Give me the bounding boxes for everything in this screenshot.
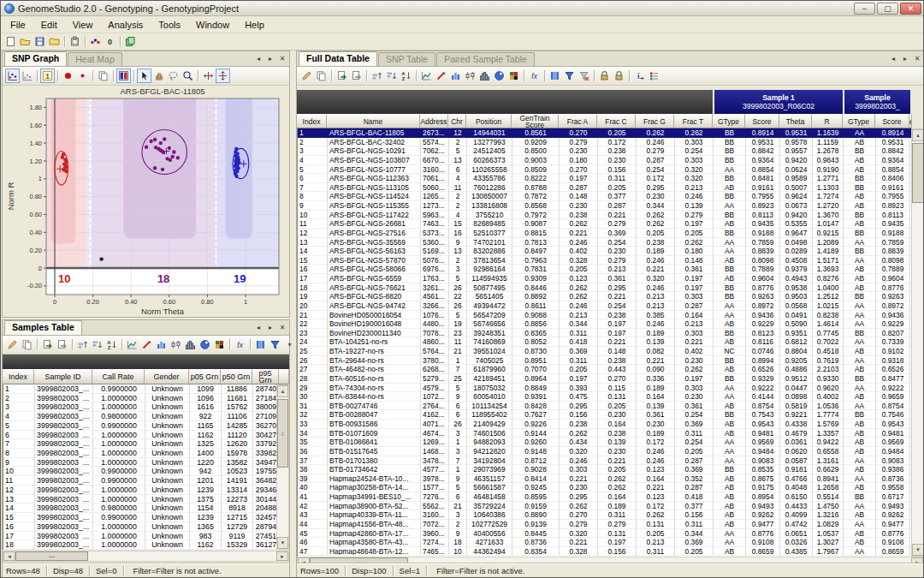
cell[interactable]: 0.8754 — [746, 402, 780, 411]
cell[interactable]: ARS-BFGL-BAC-32402 — [328, 138, 421, 147]
cell[interactable]: 0.197 — [598, 329, 637, 338]
samples-scroll-tabs-left-button[interactable]: ◂ — [253, 323, 264, 333]
cell[interactable]: 4579... — [421, 384, 449, 393]
cell[interactable]: 56746656 — [467, 319, 512, 329]
cell[interactable]: 1.3670 — [813, 211, 844, 220]
cell[interactable]: 0.5090 — [780, 319, 813, 329]
data-table-row[interactable]: 38BTB-017346424577...1290739690.90280.30… — [298, 465, 912, 474]
cell[interactable]: 44 — [298, 520, 328, 529]
cell[interactable]: 1154 — [190, 504, 222, 513]
samples-table-row[interactable]: 13999802003_...0.9900000Unknown109911886… — [3, 384, 276, 394]
cell[interactable]: 0.262 — [560, 502, 598, 511]
cell[interactable]: 8 — [3, 449, 35, 458]
cell[interactable]: 7061... — [421, 174, 449, 183]
cell[interactable]: 0.123 — [637, 465, 675, 474]
cell[interactable]: 28740 — [253, 384, 276, 394]
cell[interactable]: 15 — [449, 219, 467, 229]
cell[interactable]: 37813654 — [467, 256, 512, 265]
cell[interactable]: 0.221 — [637, 265, 675, 274]
cell[interactable]: AB — [714, 337, 746, 347]
cell[interactable]: 0.0289 — [780, 247, 813, 256]
cell[interactable]: 3 — [449, 510, 467, 520]
cell[interactable]: 130850007 — [467, 192, 512, 201]
cell[interactable]: 18 — [3, 540, 35, 550]
cell[interactable]: 4674... — [421, 429, 449, 438]
cell[interactable]: 0.311 — [598, 174, 637, 183]
snp-scatter-plot[interactable]: ARS-BFGL-BAC-1180510181900.200.400.600.8… — [5, 86, 287, 318]
data-table-row[interactable]: 19ARS-BFGL-NGS-88204561...2256514050.889… — [298, 292, 912, 301]
cell[interactable]: 25 — [449, 374, 467, 384]
cell[interactable]: 0.8954 — [746, 492, 780, 502]
cell[interactable]: 0.8754 — [876, 402, 910, 411]
cell[interactable]: 0.369 — [560, 347, 598, 356]
cell[interactable]: 0.8123 — [746, 329, 780, 338]
cell[interactable]: 10 — [298, 211, 328, 220]
cell[interactable]: 0.9484 — [746, 447, 780, 456]
cell[interactable]: 0.8207 — [876, 329, 910, 338]
cell[interactable]: 0.9263 — [876, 292, 910, 301]
cell[interactable]: 1400 — [190, 449, 222, 458]
cell[interactable]: 27451 — [253, 532, 276, 541]
cell[interactable]: 0.262 — [598, 483, 637, 492]
cell[interactable]: 0.230 — [598, 447, 637, 456]
cell[interactable]: 0.8222 — [512, 174, 560, 183]
data-table-row[interactable]: 10ARS-BFGL-NGS-1174225963...437552100.79… — [298, 211, 912, 220]
cell[interactable]: 0.8776 — [746, 283, 780, 293]
cell[interactable]: ARS-BFGL-NGS-57870 — [328, 256, 421, 265]
data-col-frac-g-8[interactable]: Frac G — [636, 114, 674, 128]
cell[interactable]: 0.9351 — [780, 329, 813, 338]
cell[interactable]: 0.139 — [598, 438, 637, 447]
cell[interactable]: 2764... — [421, 402, 449, 411]
cell[interactable]: 0.303 — [675, 138, 714, 147]
cell[interactable]: 0.6526 — [876, 365, 910, 374]
scroll-track[interactable] — [88, 551, 276, 561]
samples-table-row[interactable]: 133999802003_...1.0000000Unknown13751227… — [3, 495, 276, 504]
cell[interactable]: 0.9543 — [876, 420, 910, 429]
cell[interactable]: 0.8116 — [746, 337, 780, 347]
samples-col-p05-grn[interactable]: p05 Grn — [189, 369, 221, 384]
cell[interactable]: 5562... — [421, 502, 449, 511]
cell[interactable]: 1076... — [421, 311, 449, 320]
cell[interactable]: 1.1303 — [813, 183, 844, 193]
cell[interactable]: 0.9538 — [780, 283, 813, 293]
cell[interactable]: 1.0000000 — [93, 402, 145, 412]
cell[interactable]: 7 — [3, 439, 35, 449]
cell[interactable]: 0.8595 — [512, 492, 560, 502]
cell[interactable]: AB — [844, 219, 876, 229]
scroll-right-arrow[interactable]: ► — [276, 551, 288, 561]
cell[interactable]: 0.9558 — [876, 483, 910, 492]
cell[interactable]: 0.156 — [598, 547, 637, 557]
heatmap-icon[interactable] — [506, 69, 521, 83]
cell[interactable]: 5574... — [421, 138, 449, 147]
data-scroll-tabs-left-button[interactable]: ◂ — [888, 54, 898, 64]
cell[interactable]: 5651405 — [467, 292, 512, 301]
cell[interactable]: 0.8365 — [512, 329, 560, 338]
report-icon[interactable] — [68, 34, 82, 49]
cell[interactable]: 22 — [298, 319, 328, 329]
cell[interactable]: 0.9531 — [780, 128, 813, 138]
cell[interactable]: BB — [844, 410, 876, 420]
cell[interactable]: Unknown — [145, 458, 190, 468]
data-table-row[interactable]: 36BTB-015176451468...3942128200.91480.32… — [298, 447, 912, 456]
cell[interactable]: 0.9108 — [746, 538, 780, 547]
cell[interactable]: 0.230 — [560, 146, 598, 156]
data-table-row[interactable]: 4ARS-BFGL-NGS-1038076670...13602663730.9… — [298, 156, 912, 165]
cell[interactable]: 0.205 — [675, 229, 714, 238]
cell[interactable]: 21 — [449, 502, 467, 511]
cell[interactable]: 0.4679 — [780, 429, 813, 438]
cell[interactable]: 1 — [3, 384, 35, 394]
cell[interactable]: 0.156 — [675, 510, 714, 520]
cell[interactable]: BB — [714, 146, 746, 156]
samples-table-row[interactable]: 43999802003_...0.9800000Unknown922111062… — [3, 412, 276, 421]
cell[interactable]: 0.8098 — [746, 256, 780, 265]
cell[interactable]: BTB-01701380 — [328, 456, 421, 466]
cell[interactable]: 1.3216 — [813, 510, 844, 520]
cell[interactable]: AB — [844, 529, 876, 539]
cell[interactable]: 19 — [298, 292, 328, 301]
cell[interactable]: 0.262 — [560, 429, 598, 438]
cell[interactable]: 4 — [298, 156, 328, 165]
cell[interactable]: 3999802003_... — [35, 449, 93, 458]
cell[interactable]: 1.0000000 — [93, 439, 145, 449]
graph-tab-snp-graph[interactable]: SNP Graph — [4, 51, 67, 66]
cell[interactable]: 5279... — [421, 374, 449, 384]
